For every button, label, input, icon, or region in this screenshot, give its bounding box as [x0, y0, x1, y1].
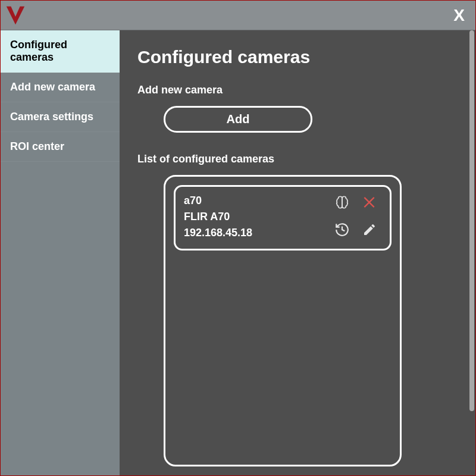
main-content: Configured cameras Add new camera Add Li…: [120, 30, 475, 475]
camera-info: a70 FLIR A70 192.168.45.18: [184, 193, 252, 242]
sidebar-item-label: Add new camera: [10, 81, 95, 93]
list-section-label: List of configured cameras: [137, 153, 458, 165]
titlebar: X: [1, 1, 475, 30]
camera-model: FLIR A70: [184, 209, 252, 225]
svg-marker-0: [7, 6, 24, 24]
camera-name: a70: [184, 193, 252, 209]
scrollbar[interactable]: [468, 30, 474, 475]
sidebar-item-camera-settings[interactable]: Camera settings: [1, 102, 120, 132]
brain-icon[interactable]: [333, 193, 352, 212]
camera-card: a70 FLIR A70 192.168.45.18: [174, 185, 392, 250]
camera-actions: [333, 193, 381, 242]
sidebar-item-label: Configured cameras: [10, 39, 67, 63]
sidebar-item-configured-cameras[interactable]: Configured cameras: [1, 30, 120, 73]
add-button[interactable]: Add: [164, 106, 312, 133]
camera-ip: 192.168.45.18: [184, 225, 252, 241]
delete-icon[interactable]: [360, 193, 379, 212]
history-icon[interactable]: [333, 220, 352, 239]
sidebar: Configured cameras Add new camera Camera…: [1, 30, 120, 475]
page-title: Configured cameras: [137, 47, 458, 67]
edit-icon[interactable]: [360, 220, 379, 239]
camera-list-panel: a70 FLIR A70 192.168.45.18: [164, 175, 402, 466]
sidebar-item-label: ROI center: [10, 140, 64, 152]
scrollbar-thumb[interactable]: [469, 30, 474, 411]
app-window: X Configured cameras Add new camera Came…: [0, 0, 476, 476]
sidebar-item-label: Camera settings: [10, 111, 93, 123]
sidebar-item-add-new-camera[interactable]: Add new camera: [1, 73, 120, 102]
app-body: Configured cameras Add new camera Camera…: [1, 30, 475, 475]
close-button[interactable]: X: [449, 5, 469, 26]
sidebar-item-roi-center[interactable]: ROI center: [1, 132, 120, 162]
add-camera-section-label: Add new camera: [137, 84, 458, 96]
app-logo-icon: [4, 4, 27, 27]
